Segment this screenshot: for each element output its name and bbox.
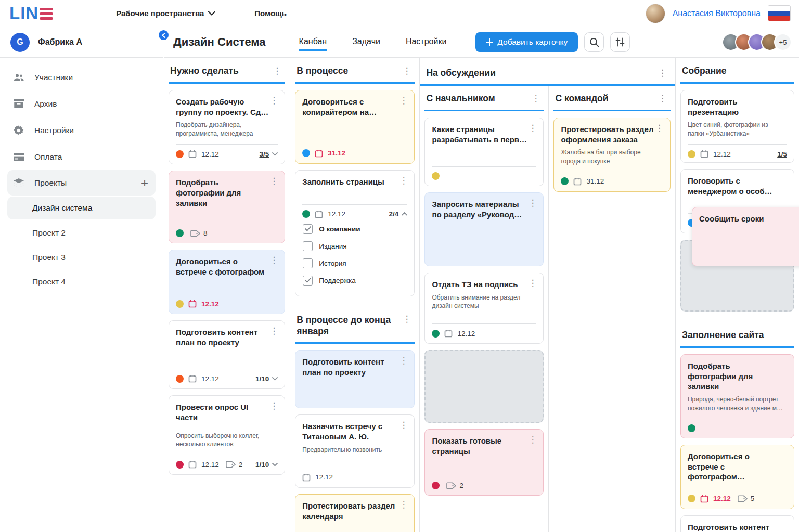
project-item-3[interactable]: Проект 3 (0, 245, 163, 269)
sidebar-item-members[interactable]: Участники (0, 64, 163, 90)
tag-icon (190, 230, 200, 237)
kebab-menu-icon[interactable]: ⋮ (270, 67, 283, 75)
checklist-item: Издания (302, 238, 407, 255)
card[interactable]: Подобрать фотографии для заливки Природа… (680, 354, 794, 438)
checkbox-checked[interactable] (303, 276, 313, 286)
workspaces-dropdown[interactable]: Рабочие пространства (116, 9, 215, 18)
checkbox-unchecked[interactable] (303, 258, 313, 268)
language-flag-ru[interactable] (768, 5, 791, 21)
card[interactable]: Договориться с копирайтером на… ⋮ 31.12 (295, 90, 415, 164)
due-date: 12.12 (328, 210, 345, 218)
card[interactable]: Подготовить контент план по проекту ⋮ 12… (169, 320, 285, 389)
column-group-discussion: На обсуждении ⋮ С начальником ⋮ Какие ст… (420, 58, 676, 532)
column-meeting: Собрание Подготовить презентацию Цвет си… (676, 58, 799, 532)
dragged-card[interactable]: Сообщить сроки (692, 207, 799, 266)
kebab-menu-icon[interactable]: ⋮ (267, 327, 280, 335)
card[interactable]: Запросить материалы по разделу «Руковод…… (424, 192, 544, 266)
kebab-menu-icon[interactable]: ⋮ (397, 500, 410, 509)
workspace-header[interactable]: G Фабрика А (0, 27, 163, 58)
sidebar-item-payment[interactable]: Оплата (0, 144, 163, 170)
card-description: Цвет синий, фотографии из папки «Урбанис… (688, 121, 787, 138)
tab-settings[interactable]: Настройки (405, 34, 447, 51)
card[interactable]: Назначить встречу с Титановым А. Ю. ⋮ Пр… (295, 414, 415, 487)
tab-kanban[interactable]: Канбан (299, 34, 328, 51)
sidebar-item-label: Оплата (34, 152, 62, 162)
chevron-down-icon (208, 11, 215, 16)
project-item-4[interactable]: Проект 4 (0, 269, 163, 294)
kebab-menu-icon[interactable]: ⋮ (397, 176, 410, 185)
kebab-menu-icon[interactable]: ⋮ (400, 67, 413, 75)
card[interactable]: Протестировать раздел оформления заказа … (553, 118, 671, 192)
checklist-item: О компании (302, 220, 407, 238)
card-title: Подготовить контент план по проекту (176, 327, 278, 348)
kebab-menu-icon[interactable]: ⋮ (526, 279, 539, 288)
card[interactable]: Заполнить страницы ⋮ 12.12 2/4 О компани… (295, 170, 415, 296)
card[interactable]: Протестировать раздел календаря ⋮ (295, 494, 415, 532)
priority-dot-green (432, 330, 440, 338)
sidebar-item-projects[interactable]: Проекты + (7, 170, 156, 196)
add-card-label: Добавить карточку (497, 37, 568, 47)
project-label: Проект 4 (32, 277, 66, 287)
kebab-menu-icon[interactable]: ⋮ (397, 421, 410, 430)
kebab-menu-icon[interactable]: ⋮ (267, 401, 280, 410)
help-link[interactable]: Помощь (254, 9, 287, 18)
card[interactable]: Подобрать фотографии для заливки ⋮ 8 (169, 171, 285, 243)
project-item-2[interactable]: Проект 2 (0, 220, 163, 245)
kebab-menu-icon[interactable]: ⋮ (397, 96, 410, 105)
checklist-counter[interactable]: 2/4 (389, 210, 408, 218)
card[interactable]: Показать готовые страницы ⋮ 2 (424, 429, 544, 496)
sidebar-item-settings[interactable]: Настройки (0, 117, 163, 144)
kebab-menu-icon[interactable]: ⋮ (267, 96, 280, 105)
checklist-counter[interactable]: 3/5 (259, 150, 278, 158)
kebab-menu-icon[interactable]: ⋮ (653, 124, 666, 133)
calendar-icon-red (188, 300, 197, 308)
app-logo[interactable]: LIN (9, 6, 53, 21)
card-footer: 12.12 (432, 324, 536, 338)
card[interactable]: Подготовить контент план по проекту ⋮ (295, 350, 415, 408)
checklist-counter[interactable]: 1/10 (255, 461, 278, 469)
filter-button[interactable] (610, 32, 630, 52)
sidebar-item-archive[interactable]: Архив (0, 90, 163, 117)
kebab-menu-icon[interactable]: ⋮ (529, 94, 542, 103)
collapse-sidebar-button[interactable] (158, 29, 170, 41)
checklist-label: Издания (319, 242, 346, 250)
card[interactable]: Создать рабочую группу по проекту. Сд… ⋮… (169, 90, 285, 164)
checklist-counter[interactable]: 1/10 (255, 375, 278, 383)
card[interactable]: Отдать ТЗ на подпись ⋮ Обратить внимание… (424, 273, 544, 344)
card[interactable]: Провести опрос UI части ⋮ Опросить выбор… (169, 395, 285, 475)
kebab-menu-icon[interactable]: ⋮ (656, 69, 669, 77)
column-inprogress: В процессе ⋮ Договориться с копирайтером… (290, 58, 420, 532)
card-footer: 8 (176, 224, 278, 237)
card[interactable]: Подготовить презентацию Цвет синий, фото… (680, 90, 794, 163)
card[interactable]: Договориться о встрече с фотографом ⋮ 12… (169, 250, 285, 314)
checklist-counter[interactable]: 1/5 (777, 150, 787, 158)
checkbox-unchecked[interactable] (303, 241, 313, 251)
chevron-down-icon (272, 152, 278, 156)
add-project-button[interactable]: + (141, 177, 148, 189)
card-title: Протестировать раздел календаря (302, 501, 407, 522)
card[interactable]: Какие страницы разрабатывать в перв… ⋮ (424, 118, 544, 186)
column-header: Нужно сделать ⋮ (169, 62, 285, 84)
kebab-menu-icon[interactable]: ⋮ (400, 315, 413, 323)
checkbox-checked[interactable] (303, 224, 313, 234)
kebab-menu-icon[interactable]: ⋮ (656, 94, 669, 103)
tab-tasks[interactable]: Задачи (352, 34, 381, 51)
kebab-menu-icon[interactable]: ⋮ (397, 356, 410, 365)
card-title: Какие страницы разрабатывать в перв… (432, 124, 536, 145)
project-item-design-system[interactable]: Дизайн система (7, 197, 156, 219)
user-profile-link[interactable]: Анастасия Викторовна (673, 9, 761, 18)
card-title: Показать готовые страницы (432, 436, 536, 457)
plus-icon (486, 38, 493, 46)
card[interactable]: Подготовить контент план по проекту (680, 515, 794, 532)
kebab-menu-icon[interactable]: ⋮ (526, 435, 539, 444)
kebab-menu-icon[interactable]: ⋮ (267, 177, 280, 186)
card[interactable]: Договориться о встрече с фотографом… 12.… (680, 445, 794, 509)
kebab-menu-icon[interactable]: ⋮ (526, 199, 539, 207)
search-button[interactable] (584, 32, 604, 52)
add-card-button[interactable]: Добавить карточку (475, 32, 578, 52)
more-members-badge[interactable]: +5 (774, 33, 792, 51)
kebab-menu-icon[interactable]: ⋮ (526, 124, 539, 133)
kebab-menu-icon[interactable]: ⋮ (267, 256, 280, 265)
user-avatar[interactable] (646, 4, 665, 23)
board-members[interactable]: +5 (722, 33, 792, 51)
